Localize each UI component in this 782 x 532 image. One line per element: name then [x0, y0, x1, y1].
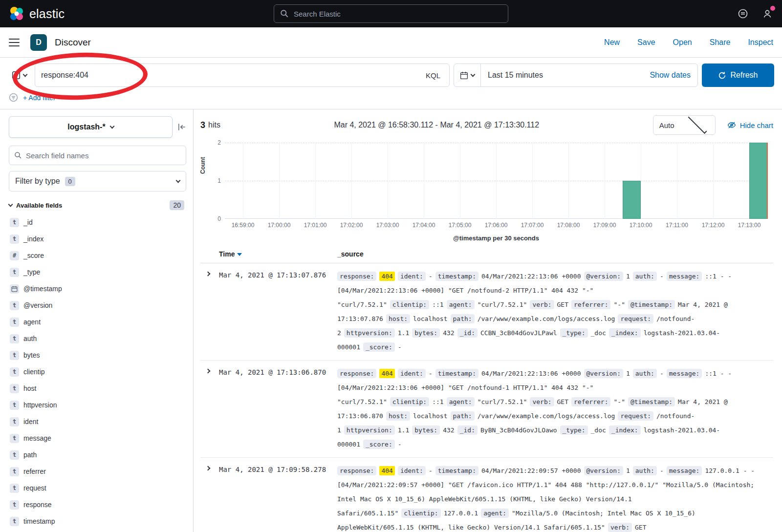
show-dates-link[interactable]: Show dates: [650, 71, 697, 80]
field-value: 432: [443, 329, 454, 337]
field-badge: verb:: [530, 397, 554, 406]
expand-row-icon[interactable]: [200, 269, 219, 354]
field-item-id[interactable]: t_id: [9, 214, 186, 231]
header-action-new[interactable]: New: [604, 38, 620, 47]
field-value: _doc: [591, 426, 606, 434]
field-badge: clientip:: [401, 509, 440, 518]
field-badge: host:: [386, 314, 410, 323]
hide-chart-link[interactable]: Hide chart: [727, 121, 773, 129]
add-filter-link[interactable]: + Add filter: [23, 94, 56, 102]
field-name: httpversion: [23, 401, 57, 409]
global-search-box[interactable]: [274, 4, 508, 23]
user-avatar-icon[interactable]: [761, 8, 773, 20]
chevron-down-icon: [688, 115, 707, 134]
header-action-share[interactable]: Share: [710, 38, 731, 47]
field-value: GET: [557, 398, 568, 405]
row-source: response:404ident:-timestamp:04/Mar/2021…: [337, 366, 773, 451]
field-name: _score: [23, 252, 44, 259]
field-item-request[interactable]: trequest: [9, 480, 186, 496]
field-value: /var/www/example.com/logs/access.log: [478, 315, 615, 322]
sort-desc-icon[interactable]: [237, 253, 242, 256]
field-value: "-": [613, 301, 625, 308]
field-badge: @timestamp:: [628, 300, 675, 309]
row-time: Mar 4, 2021 @ 17:13:06.870: [219, 366, 337, 451]
field-search-box[interactable]: [9, 146, 186, 165]
calendar-dropdown-button[interactable]: [454, 64, 481, 86]
field-item-ident[interactable]: tident: [9, 413, 186, 430]
field-badge: _id:: [457, 426, 478, 435]
expand-row-icon[interactable]: [200, 464, 219, 532]
refresh-button[interactable]: Refresh: [702, 64, 774, 87]
global-search-input[interactable]: [294, 10, 502, 18]
histogram-bar[interactable]: [623, 181, 641, 219]
header-action-save[interactable]: Save: [637, 38, 655, 47]
field-value: 1: [626, 467, 630, 474]
hits-count: 3: [200, 120, 205, 130]
field-list: t_idt_index#_scoret_type@timestampt@vers…: [9, 214, 186, 530]
field-item-agent[interactable]: tagent: [9, 314, 186, 330]
field-badge: _id:: [457, 328, 478, 338]
field-item-score[interactable]: #_score: [9, 247, 186, 264]
field-badge: _score:: [363, 342, 395, 352]
field-value: 432: [443, 426, 454, 434]
index-pattern-select[interactable]: logstash-*: [9, 116, 173, 138]
header-action-open[interactable]: Open: [673, 38, 692, 47]
date-picker: Last 15 minutes Show dates: [454, 64, 698, 87]
kql-button[interactable]: KQL: [423, 69, 443, 82]
x-tick-label: 17:07:00: [521, 222, 544, 229]
x-tick-label: 17:08:00: [557, 222, 580, 229]
field-badge: referrer:: [571, 397, 610, 406]
interval-select[interactable]: Auto: [653, 115, 716, 135]
field-value: ::1: [432, 301, 443, 308]
eye-slash-icon: [727, 121, 736, 129]
x-tick-label: 17:03:00: [376, 222, 399, 229]
field-item-timestamp[interactable]: @timestamp: [9, 280, 186, 297]
help-icon[interactable]: [737, 8, 749, 20]
saved-query-menu-button[interactable]: [8, 64, 31, 87]
time-column-header[interactable]: Time: [219, 250, 235, 258]
field-badge: ident:: [398, 272, 426, 281]
chevron-down-icon: [176, 178, 181, 183]
field-badge: _index:: [609, 426, 641, 435]
field-badge: message:: [667, 272, 702, 281]
elastic-brand[interactable]: elastic: [9, 6, 65, 21]
field-item-bytes[interactable]: tbytes: [9, 347, 186, 363]
field-value: "curl/7.52.1": [478, 398, 527, 405]
time-range-value[interactable]: Last 15 minutes: [481, 71, 650, 80]
field-item-version[interactable]: t@version: [9, 297, 186, 314]
table-header: Time _source: [200, 247, 773, 263]
query-input[interactable]: response:404 KQL: [35, 64, 450, 87]
field-value: "-": [613, 398, 625, 405]
menu-icon[interactable]: [9, 39, 20, 46]
field-item-auth[interactable]: tauth: [9, 330, 186, 347]
elastic-logo-icon: [9, 6, 24, 21]
available-fields-header[interactable]: Available fields 20: [9, 200, 186, 210]
field-item-host[interactable]: thost: [9, 380, 186, 397]
field-item-type[interactable]: t_type: [9, 264, 186, 280]
header-action-inspect[interactable]: Inspect: [748, 38, 773, 47]
field-item-message[interactable]: tmessage: [9, 430, 186, 447]
expand-row-icon[interactable]: [200, 366, 219, 451]
field-item-clientip[interactable]: tclientip: [9, 363, 186, 380]
field-item-response[interactable]: tresponse: [9, 496, 186, 513]
field-item-path[interactable]: tpath: [9, 447, 186, 463]
histogram-chart[interactable]: Count 012 16:59:0017:00:0017:01:0017:02:…: [200, 139, 773, 242]
chevron-down-icon: [23, 72, 28, 77]
field-value: 04/Mar/2021:22:13:06 +0000: [481, 370, 581, 377]
field-item-index[interactable]: t_index: [9, 231, 186, 247]
field-badge: _index:: [609, 328, 641, 338]
histogram-bar[interactable]: [749, 143, 767, 219]
field-item-httpversion[interactable]: thttpversion: [9, 397, 186, 413]
row-source: response:404ident:-timestamp:04/Mar/2021…: [337, 269, 773, 354]
field-item-timestamp[interactable]: ttimestamp: [9, 513, 186, 530]
field-name: response: [23, 501, 52, 509]
field-search-input[interactable]: [26, 151, 181, 160]
filter-icon[interactable]: [9, 93, 18, 102]
documents-table: Time _source Mar 4, 2021 @ 17:13:07.876r…: [200, 247, 773, 532]
collapse-sidebar-icon[interactable]: [177, 123, 186, 131]
x-tick-label: 17:11:00: [666, 222, 688, 229]
filter-by-type-dropdown[interactable]: Filter by type 0: [9, 171, 186, 192]
field-badge: agent:: [447, 300, 475, 309]
field-item-referrer[interactable]: treferrer: [9, 463, 186, 480]
field-value: localhost: [413, 315, 447, 322]
